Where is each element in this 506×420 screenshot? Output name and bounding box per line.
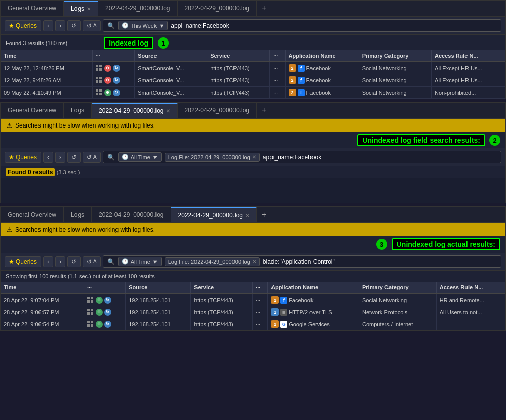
queries-button-2[interactable]: ★ Queries (5, 152, 41, 163)
tab-bar-1: General Overview Logs ✕ 2022-04-29_00000… (1, 1, 505, 17)
cell-primary-cat: Social Networking (359, 293, 436, 306)
dropdown-arrow-2: ▼ (152, 154, 158, 160)
tab-log-file-3b[interactable]: 2022-04-29_000000.log ✕ (171, 207, 257, 222)
table-row[interactable]: 12 May 22, 9:48:26 AM ⊖ ↻ SmartConsole_V… (1, 74, 505, 87)
tab-log-file-1b[interactable]: 2022-04-29_000000.log (178, 1, 257, 16)
log-file-tag-3: Log File: 2022-04-29_000000.log ✕ (165, 257, 260, 266)
dropdown-arrow-3: ▼ (152, 259, 158, 265)
col-service-3[interactable]: Service (191, 282, 253, 293)
dropdown-arrow-1: ▼ (159, 23, 164, 29)
empty-results-area-2 (1, 178, 505, 203)
tab-log-file-2b[interactable]: 2022-04-29_000000.log (178, 103, 257, 118)
col-app-name-1[interactable]: Application Name (285, 50, 359, 62)
cell-dot: ··· (270, 62, 285, 74)
refresh-button-3[interactable]: ↺ (67, 256, 81, 267)
cell-source: SmartConsole_V... (135, 74, 207, 87)
search-input-2[interactable] (263, 154, 497, 161)
tab-general-overview-2[interactable]: General Overview (1, 103, 64, 118)
clock-icon-1: 🕐 (122, 22, 129, 29)
options-button-3[interactable]: ↺A (83, 256, 101, 267)
cell-time: 09 May 22, 4:10:49 PM (1, 87, 92, 99)
col-time-3[interactable]: Time (1, 282, 84, 293)
tab-general-overview-3[interactable]: General Overview (1, 207, 64, 222)
cell-source: 192.168.254.101 (126, 293, 191, 306)
add-tab-button-3[interactable]: + (257, 207, 271, 222)
search-input-3[interactable] (263, 258, 497, 265)
star-icon-2: ★ (9, 154, 14, 161)
col-dot2-1: ··· (270, 50, 285, 62)
annotation-row-2: Unindexed log field search results: 2 (1, 132, 505, 148)
cell-service: https (TCP/443) (191, 306, 253, 318)
tab-general-overview-1[interactable]: General Overview (1, 1, 64, 16)
table-row[interactable]: 28 Apr 22, 9:07:04 PM ⊕ ↻ 192.168.254.10… (1, 293, 505, 306)
back-button-1[interactable]: ‹ (43, 20, 53, 31)
result-text-1: Found 3 results (180 ms) (6, 40, 67, 46)
tab-log-file-2a[interactable]: 2022-04-29_000000.log ✕ (92, 103, 177, 118)
cell-app-name: 2 G Google Services (268, 318, 359, 330)
add-tab-button-1[interactable]: + (257, 1, 271, 16)
tab-logs-1[interactable]: Logs ✕ (64, 1, 98, 16)
table-row[interactable]: 12 May 22, 12:48:26 PM ⊖ ↻ SmartConsole_… (1, 62, 505, 74)
close-tab-icon[interactable]: ✕ (87, 6, 91, 12)
tab-log-file-1a[interactable]: 2022-04-29_000000.log (98, 1, 177, 16)
tab-logs-3[interactable]: Logs (64, 207, 92, 222)
col-access-rule-1[interactable]: Access Rule N... (432, 50, 505, 62)
refresh-button-1[interactable]: ↺ (67, 20, 81, 31)
table-row[interactable]: 28 Apr 22, 9:06:57 PM ⊕ ↻ 192.168.254.10… (1, 306, 505, 318)
annotation-num-3: 3 (376, 239, 387, 250)
close-tab-icon-2[interactable]: ✕ (166, 108, 170, 114)
tab-bar-3: General Overview Logs 2022-04-29_000000.… (1, 207, 505, 223)
queries-button-1[interactable]: ★ Queries (5, 20, 41, 31)
col-access-rule-3[interactable]: Access Rule N... (436, 282, 505, 293)
tab-logs-2[interactable]: Logs (64, 103, 92, 118)
cell-primary-cat: Social Networking (359, 74, 431, 87)
cell-primary-cat: Social Networking (359, 87, 431, 99)
tab-log-file-3a[interactable]: 2022-04-29_000000.log (92, 207, 171, 222)
cell-app-name: 2 f Facebook (268, 293, 359, 306)
forward-button-1[interactable]: › (55, 20, 65, 31)
refresh-button-2[interactable]: ↺ (67, 152, 81, 163)
cell-time: 28 Apr 22, 9:06:54 PM (1, 318, 84, 330)
options-button-2[interactable]: ↺A (83, 152, 101, 163)
col-time-1[interactable]: Time (1, 50, 92, 62)
annotation-num-2: 2 (489, 135, 500, 146)
time-filter-2[interactable]: 🕐 All Time ▼ (118, 152, 162, 162)
cell-dot: ··· (270, 87, 285, 99)
cell-dot: ··· (253, 318, 268, 330)
col-source-1[interactable]: Source (135, 50, 207, 62)
options-button-1[interactable]: ↺A (83, 20, 101, 31)
forward-button-3[interactable]: › (55, 256, 65, 267)
cell-service: https (TCP/443) (207, 74, 270, 87)
warning-bar-3: ⚠ Searches might be slow when working wi… (1, 223, 505, 236)
cell-access-rule: All Users to not... (436, 306, 505, 318)
col-primary-cat-1[interactable]: Primary Category (359, 50, 431, 62)
cell-dot: ··· (253, 293, 268, 306)
col-source-3[interactable]: Source (126, 282, 191, 293)
cell-source: SmartConsole_V... (135, 62, 207, 74)
time-filter-3[interactable]: 🕐 All Time ▼ (118, 257, 162, 266)
time-filter-1[interactable]: 🕐 This Week ▼ (118, 21, 168, 30)
back-button-3[interactable]: ‹ (43, 256, 53, 267)
col-app-name-3[interactable]: Application Name (268, 282, 359, 293)
col-service-1[interactable]: Service (207, 50, 270, 62)
annotation-label-1: Indexed log (104, 37, 153, 49)
table-row[interactable]: 09 May 22, 4:10:49 PM ⊕ ↻ SmartConsole_V… (1, 87, 505, 99)
remove-tag-button-2[interactable]: ✕ (252, 154, 256, 160)
queries-button-3[interactable]: ★ Queries (5, 256, 41, 267)
cell-app-name: 2 f Facebook (285, 87, 359, 99)
cell-time: 12 May 22, 12:48:26 PM (1, 62, 92, 74)
col-primary-cat-3[interactable]: Primary Category (359, 282, 436, 293)
search-input-1[interactable] (171, 22, 497, 29)
cell-service: https (TCP/443) (191, 293, 253, 306)
search-bar-1: 🔍 🕐 This Week ▼ (103, 19, 501, 32)
add-tab-button-2[interactable]: + (257, 103, 271, 118)
back-button-2[interactable]: ‹ (43, 152, 53, 163)
remove-tag-button-3[interactable]: ✕ (252, 259, 256, 264)
table-row[interactable]: 28 Apr 22, 9:06:54 PM ⊕ ↻ 192.168.254.10… (1, 318, 505, 330)
cell-access-rule: All Except HR Us... (432, 62, 505, 74)
col-dot1-1: ··· (92, 50, 135, 62)
annotation-label-2: Unindexed log field search results: (357, 134, 485, 146)
result-line-3: Showing first 100 results (1.1 sec.) out… (1, 271, 505, 282)
close-tab-icon-3[interactable]: ✕ (245, 213, 249, 218)
forward-button-2[interactable]: › (55, 152, 65, 163)
